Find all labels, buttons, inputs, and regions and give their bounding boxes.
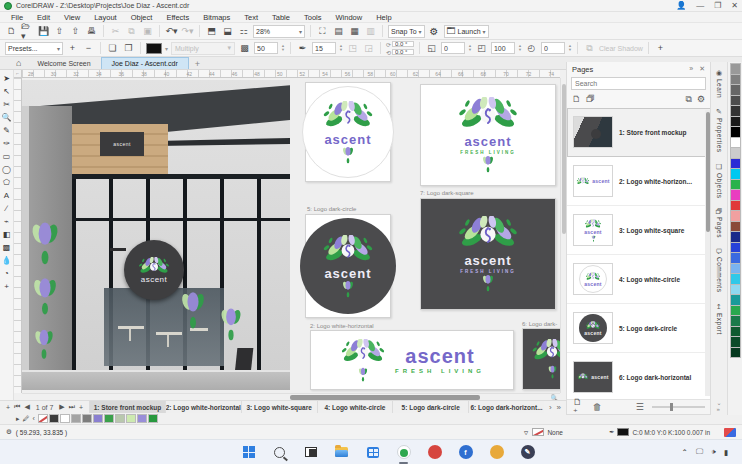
- artboard-white-circle[interactable]: ascent: [305, 82, 391, 182]
- close-button[interactable]: ✕: [731, 1, 738, 10]
- palette-flyout-icon[interactable]: ▸: [16, 415, 20, 423]
- shadow-offset-input[interactable]: [441, 42, 465, 54]
- volume-icon[interactable]: 🕩: [711, 447, 716, 457]
- feather-edge-icon[interactable]: ◲: [362, 42, 375, 55]
- scroll-tabs-end-icon[interactable]: »: [557, 403, 561, 412]
- file-explorer-button[interactable]: [333, 444, 350, 461]
- opacity-stepper[interactable]: ▲▼: [281, 44, 285, 52]
- snap-to-dropdown[interactable]: Snap To ▾: [388, 25, 425, 38]
- undo-icon[interactable]: ↶▾: [165, 25, 178, 38]
- document-color-swatch[interactable]: [71, 414, 81, 423]
- shadow-tool-a-icon[interactable]: ❏: [106, 42, 119, 55]
- page-item-6[interactable]: ascent 6: Logo dark-horizontal: [567, 353, 711, 400]
- menu-window[interactable]: Window: [328, 13, 369, 22]
- page-item-2[interactable]: ascent 2: Logo white-horizon...: [567, 157, 711, 206]
- outline-color-swatch[interactable]: [617, 428, 629, 436]
- capture-button[interactable]: [488, 444, 505, 461]
- user-account-icon[interactable]: 👤: [676, 1, 686, 10]
- document-color-swatch[interactable]: [126, 414, 136, 423]
- artboard-dark-circle[interactable]: ascent: [305, 214, 391, 318]
- docker-pin-icon[interactable]: »: [689, 65, 693, 73]
- pages-options-gear-icon[interactable]: ⚙: [697, 94, 705, 105]
- page-tab-1[interactable]: 1: Store front mockup: [89, 401, 165, 413]
- canvas-horizontal-scrollbar[interactable]: 🔍: [22, 393, 560, 400]
- scroll-tabs-right-icon[interactable]: ›: [549, 403, 552, 412]
- menu-edit[interactable]: Edit: [30, 13, 57, 22]
- page-setup-icon[interactable]: ⬓: [221, 25, 234, 38]
- task-view-button[interactable]: [302, 444, 319, 461]
- polygon-tool-icon[interactable]: ⬠: [1, 176, 13, 188]
- tray-chevron-icon[interactable]: ⌃: [682, 448, 688, 457]
- tab-export[interactable]: ↥ Export: [716, 300, 723, 338]
- menu-view[interactable]: View: [57, 13, 87, 22]
- tab-objects[interactable]: ❏ Objects: [716, 160, 723, 202]
- text-tool-icon[interactable]: A: [1, 189, 13, 201]
- new-document-icon[interactable]: 🗋: [5, 25, 18, 38]
- page-view-icon[interactable]: 🗋: [572, 94, 581, 104]
- pages-search-box[interactable]: [571, 77, 706, 90]
- shadow-opacity-input[interactable]: [254, 42, 278, 54]
- connector-tool-icon[interactable]: ⌁: [1, 215, 13, 227]
- menu-help[interactable]: Help: [369, 13, 398, 22]
- menu-effects[interactable]: Effects: [159, 13, 196, 22]
- page-tab-2[interactable]: 2: Logo white-horizontal: [165, 401, 241, 413]
- menu-object[interactable]: Object: [124, 13, 160, 22]
- document-color-swatch[interactable]: [49, 414, 59, 423]
- presets-dropdown[interactable]: Presets... ▾: [5, 42, 63, 55]
- page-item-1[interactable]: 1: Store front mockup: [567, 108, 711, 157]
- page-item-5[interactable]: ascent 5: Logo dark-circle: [567, 304, 711, 353]
- crop-tool-icon[interactable]: ✂: [1, 98, 13, 110]
- document-color-swatch[interactable]: [137, 414, 147, 423]
- document-color-swatch[interactable]: [104, 414, 114, 423]
- thumbnail-size-slider[interactable]: [652, 406, 705, 408]
- palette-color-swatch[interactable]: [730, 347, 741, 359]
- drawing-canvas[interactable]: ascent ascent ascent: [22, 78, 560, 393]
- new-tab-button[interactable]: +: [189, 59, 206, 69]
- fade-stepper[interactable]: ▲▼: [568, 44, 572, 52]
- taskbar-search-button[interactable]: [271, 444, 288, 461]
- document-color-swatch[interactable]: [82, 414, 92, 423]
- page-tab-3[interactable]: 3: Logo white-square: [241, 401, 317, 413]
- artboard-dark-horizontal[interactable]: [522, 328, 560, 390]
- document-color-swatch[interactable]: [93, 414, 103, 423]
- ruler-origin[interactable]: ⌐: [14, 70, 22, 78]
- add-page-after-icon[interactable]: +: [79, 404, 83, 411]
- coreldraw-taskbar-button[interactable]: [395, 444, 412, 461]
- tab-welcome-screen[interactable]: Welcome Screen: [27, 57, 100, 69]
- copy-shadow-icon[interactable]: ⧉: [583, 42, 596, 55]
- facing-pages-icon[interactable]: 🗇: [586, 94, 595, 104]
- tab-comments[interactable]: 🗩 Comments: [716, 245, 723, 295]
- feather-input[interactable]: [312, 42, 336, 54]
- redo-icon[interactable]: ↷▾: [181, 25, 194, 38]
- clear-shadow-button[interactable]: Clear Shadow: [599, 45, 643, 52]
- customize-plus-icon[interactable]: +: [654, 42, 667, 55]
- page-tab-5[interactable]: 5: Logo dark-circle: [392, 401, 468, 413]
- tab-document[interactable]: Joe Diaz - Ascent.cdr: [101, 57, 189, 69]
- last-page-icon[interactable]: ⏭: [69, 403, 75, 411]
- minimize-button[interactable]: —: [696, 1, 704, 10]
- page-layout-icon[interactable]: ⧉: [685, 94, 691, 105]
- tab-pages[interactable]: 🗇 Pages: [716, 205, 723, 241]
- no-color-swatch[interactable]: [38, 414, 48, 423]
- transparency-tool-icon[interactable]: ▩: [1, 241, 13, 253]
- dimension-tool-icon[interactable]: ∕: [1, 202, 13, 214]
- fill-color-swatch[interactable]: [532, 428, 544, 436]
- list-view-icon[interactable]: ☰: [636, 402, 644, 412]
- zoom-tool-icon[interactable]: 🔍: [1, 111, 13, 123]
- show-guidelines-icon[interactable]: ▥: [364, 25, 377, 38]
- shadow-fade-input[interactable]: [541, 42, 565, 54]
- open-document-icon[interactable]: 🗁▾: [21, 25, 34, 38]
- ellipse-tool-icon[interactable]: ◯: [1, 163, 13, 175]
- save-icon[interactable]: 💾: [37, 25, 50, 38]
- freehand-tool-icon[interactable]: ✎: [1, 124, 13, 136]
- launch-dropdown[interactable]: 🗔 Launch ▾: [444, 25, 489, 38]
- options-gear-icon[interactable]: ⚙: [428, 25, 441, 38]
- add-preset-icon[interactable]: +: [66, 42, 79, 55]
- search-content-icon[interactable]: ⬒: [205, 25, 218, 38]
- font-manager-button[interactable]: f: [457, 444, 474, 461]
- restore-button[interactable]: ❐: [714, 1, 721, 10]
- page-item-3[interactable]: ascent 3: Logo white-square: [567, 206, 711, 255]
- docker-close-icon[interactable]: ✕: [699, 65, 705, 73]
- artboard-white-horizontal[interactable]: ascent FRESH LIVING: [310, 330, 514, 390]
- shadow-color-swatch[interactable]: [146, 43, 162, 54]
